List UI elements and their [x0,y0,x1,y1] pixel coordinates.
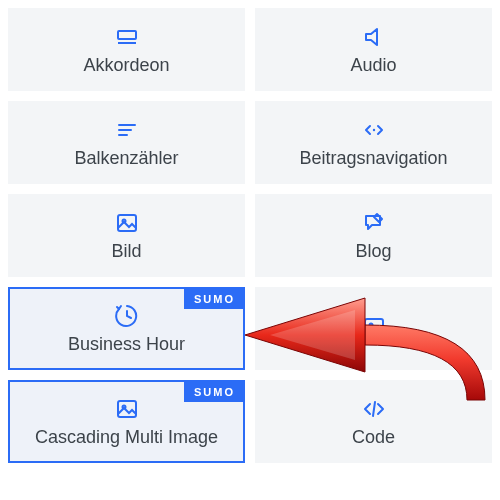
module-label: Audio [350,55,396,77]
image-icon [360,313,388,341]
image-icon [113,395,141,423]
module-audio[interactable]: Audio [255,8,492,91]
module-cascading-multi-image[interactable]: SUMO Cascading Multi Image [8,380,245,463]
module-hidden[interactable] [255,287,492,370]
module-bild[interactable]: Bild [8,194,245,277]
module-blog[interactable]: Blog [255,194,492,277]
svg-point-5 [372,129,374,131]
module-label: Bild [111,241,141,263]
module-code[interactable]: Code [255,380,492,463]
svg-rect-6 [118,215,136,231]
module-label: Akkordeon [83,55,169,77]
module-label: Beitragsnavigation [299,148,447,170]
module-beitragsnavigation[interactable]: Beitragsnavigation [255,101,492,184]
module-akkordeon[interactable]: Akkordeon [8,8,245,91]
svg-line-12 [373,402,375,416]
module-label: Code [352,427,395,449]
module-label: Balkenzähler [74,148,178,170]
svg-rect-0 [118,31,136,39]
module-balkenzaehler[interactable]: Balkenzähler [8,101,245,184]
module-grid: Akkordeon Audio Balkenzähler [0,0,500,471]
module-label: Blog [355,241,391,263]
sumo-badge: SUMO [184,382,243,402]
module-business-hour[interactable]: SUMO Business Hour [8,287,245,370]
module-label: Business Hour [68,334,185,356]
image-icon [113,209,141,237]
svg-rect-10 [118,401,136,417]
accordion-icon [113,23,141,51]
clock-icon [113,302,141,330]
post-nav-icon [360,116,388,144]
svg-rect-8 [365,319,383,335]
module-label: Cascading Multi Image [35,427,218,449]
sumo-badge: SUMO [184,289,243,309]
bar-counter-icon [113,116,141,144]
code-icon [360,395,388,423]
blog-icon [360,209,388,237]
audio-icon [360,23,388,51]
